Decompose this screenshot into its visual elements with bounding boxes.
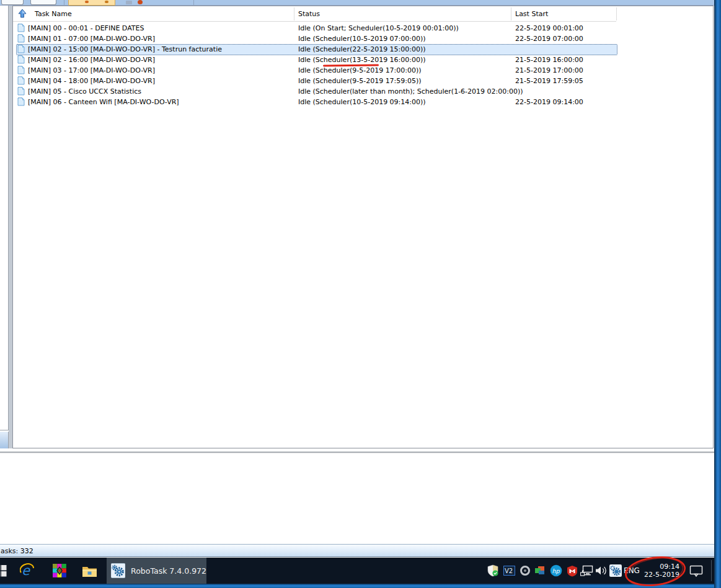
color-grid-app-icon[interactable] [50,558,69,584]
file-explorer-icon[interactable] [79,558,99,584]
toolbar-icon-fragment [85,1,89,3]
bottom-edge-stripe [0,584,721,588]
task-last-start-cell: 22-5-2019 07:00:00 [515,33,583,44]
task-name-cell: [MAIN] 02 - 15:00 [MA-DI-WO-DO-VR] - Tes… [28,44,222,55]
horizontal-divider [0,453,715,453]
hp-tray-icon[interactable]: hp [548,558,564,584]
task-name-cell: [MAIN] 01 - 07:00 [MA-DI-WO-DO-VR] [28,33,155,44]
robotask-button-label: RoboTask 7.4.0.972 [131,566,206,576]
list-header: Task Name Status Last Start [13,6,713,22]
task-name-cell: [MAIN] 05 - Cisco UCCX Statistics [28,86,141,97]
robotask-taskbar-button[interactable]: RoboTask 7.4.0.972 [107,558,206,584]
task-name-cell: [MAIN] 03 - 17:00 [MA-DI-WO-DO-VR] [28,65,155,76]
display-color-tray-icon[interactable] [532,558,548,584]
task-document-icon [17,97,25,109]
windows-security-icon[interactable] [485,558,501,584]
start-button[interactable] [0,558,7,584]
svg-text:hp: hp [552,568,560,574]
left-tree-panel[interactable] [0,6,9,430]
toolbar-icon-fragment[interactable] [126,1,132,4]
status-bar: asks: 332 [0,544,715,557]
task-name-cell: [MAIN] 00 - 00:01 - DEFINE DATES [28,23,144,33]
task-last-start-cell: 21-5-2019 17:59:05 [515,76,583,86]
task-row[interactable]: [MAIN] 02 - 15:00 [MA-DI-WO-DO-VR] - Tes… [13,44,713,55]
task-row[interactable]: [MAIN] 02 - 16:00 [MA-DI-WO-DO-VR] Idle … [13,55,713,65]
sort-ascending-icon [18,9,27,20]
toolbar-strip [0,0,715,6]
task-last-start-cell: 21-5-2019 17:00:00 [515,65,583,76]
column-header-last-start[interactable]: Last Start [515,10,548,18]
svg-text:V2: V2 [505,568,513,574]
task-row[interactable]: [MAIN] 01 - 07:00 [MA-DI-WO-DO-VR] Idle … [13,33,713,44]
robotask-icon [111,563,125,579]
task-status-cell: Idle (Scheduler(22-5-2019 15:00:00)) [298,44,426,55]
task-last-start-cell: 22-5-2019 00:01:00 [515,23,583,33]
task-row[interactable]: [MAIN] 05 - Cisco UCCX Statistics Idle (… [13,86,713,97]
taskbar: e [0,558,715,584]
task-status-cell: Idle (Scheduler(10-5-2019 09:14:00)) [298,97,426,107]
task-row[interactable]: [MAIN] 00 - 00:01 - DEFINE DATES Idle (O… [13,23,713,33]
show-desktop-button[interactable] [711,560,712,581]
task-status-cell: Idle (Scheduler(later than month); Sched… [298,86,523,97]
header-divider [13,21,616,22]
task-list-panel: Task Name Status Last Start [MAIN] 00 - … [12,6,714,448]
toolbar-separator [193,0,194,5]
task-status-cell: Idle (Scheduler(9-5-2019 17:00:00)) [298,65,422,76]
task-status-cell: Idle (Scheduler(13-5-2019 16:00:00)) [298,55,426,65]
toolbar-separator [64,0,64,5]
toolbar-highlighted-button[interactable] [68,0,115,6]
column-separator[interactable] [616,7,617,20]
task-name-cell: [MAIN] 06 - Canteen Wifi [MA-DI-WO-DO-VR… [28,97,179,107]
network-icon[interactable] [578,558,595,584]
task-name-cell: [MAIN] 04 - 18:00 [MA-DI-WO-DO-VR] [28,76,155,86]
toolbar-icon-fragment[interactable] [138,0,143,4]
task-row[interactable]: [MAIN] 03 - 17:00 [MA-DI-WO-DO-VR] Idle … [13,65,713,76]
task-row[interactable]: [MAIN] 04 - 18:00 [MA-DI-WO-DO-VR] Idle … [13,76,713,86]
task-status-cell: Idle (Scheduler(9-5-2019 17:59:05)) [298,76,422,86]
screen: Task Name Status Last Start [MAIN] 00 - … [0,0,721,588]
v2-tray-icon[interactable]: V2 [501,558,517,584]
right-edge-stripe [714,0,721,588]
ring-tray-icon[interactable] [517,558,533,584]
toolbar-button[interactable] [1,0,24,5]
left-panel-scrollbar[interactable] [0,432,9,448]
toolbar-icon-fragment [105,1,108,3]
task-name-cell: [MAIN] 02 - 16:00 [MA-DI-WO-DO-VR] [28,55,155,65]
task-last-start-cell: 21-5-2019 16:00:00 [515,55,583,65]
column-separator[interactable] [294,7,294,20]
column-separator[interactable] [511,7,511,20]
column-header-task-name[interactable]: Task Name [35,10,72,18]
column-header-status[interactable]: Status [298,10,320,18]
task-last-start-cell: 22-5-2019 09:14:00 [515,97,583,107]
task-status-cell: Idle (Scheduler(10-5-2019 07:00:00)) [298,33,426,44]
task-count-label: asks: 332 [1,547,33,555]
internet-explorer-icon[interactable]: e [17,558,37,584]
red-pen-circle-annotation [620,555,692,588]
task-rows: [MAIN] 00 - 00:01 - DEFINE DATES Idle (O… [13,23,713,107]
windows-logo-icon [0,565,7,577]
task-status-cell: Idle (On Start; Scheduler(10-5-2019 00:0… [298,23,459,33]
task-row[interactable]: [MAIN] 06 - Canteen Wifi [MA-DI-WO-DO-VR… [13,97,713,107]
toolbar-button[interactable] [30,0,56,5]
